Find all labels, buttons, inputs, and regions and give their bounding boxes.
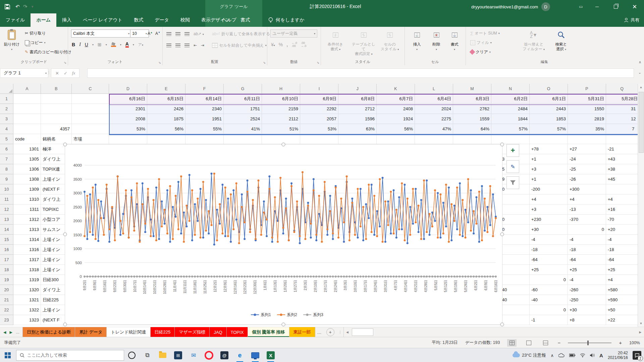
cell-E5[interactable] bbox=[147, 134, 185, 144]
row-header-9[interactable]: 9 bbox=[0, 174, 13, 184]
collapse-ribbon-icon[interactable]: ∧ bbox=[639, 60, 641, 64]
row-header-12[interactable]: 12 bbox=[0, 204, 13, 215]
cell-O3[interactable]: 1853 bbox=[530, 114, 568, 124]
cell-styles-button[interactable]: ✎ セルのスタイル ▾ bbox=[378, 29, 401, 52]
wifi-icon[interactable] bbox=[580, 353, 585, 357]
share-button[interactable]: 共有 bbox=[624, 13, 639, 27]
format-as-table-button[interactable]: ✎ テーブルとして書式設定 ▾ bbox=[350, 29, 377, 57]
sheet-tab-日経225[interactable]: 日経225 bbox=[150, 327, 175, 337]
align-middle-icon[interactable] bbox=[175, 32, 180, 36]
cell-P14[interactable]: 0 bbox=[568, 225, 606, 235]
cell-A4[interactable] bbox=[13, 124, 41, 134]
close-button[interactable]: ✕ bbox=[625, 0, 644, 13]
excel-taskbar-icon[interactable]: X bbox=[263, 348, 278, 362]
cell-B3[interactable] bbox=[41, 114, 72, 124]
zoom-out-icon[interactable]: − bbox=[557, 340, 560, 346]
row-header-10[interactable]: 10 bbox=[0, 184, 13, 194]
col-header-G[interactable]: G bbox=[224, 84, 262, 94]
cell-P1[interactable]: 5月31日 bbox=[568, 94, 606, 104]
col-header-M[interactable]: M bbox=[453, 84, 491, 94]
col-header-C[interactable]: C bbox=[72, 84, 109, 94]
cell-H3[interactable]: 2112 bbox=[262, 114, 300, 124]
cell-Q18[interactable]: +25 bbox=[606, 265, 638, 275]
show-hidden-icons[interactable]: ∧ bbox=[551, 353, 554, 358]
sheet-tab-個別 騰落率 推移[interactable]: 個別 騰落率 推移 bbox=[248, 327, 289, 337]
new-sheet-button[interactable]: + bbox=[326, 328, 334, 336]
cell-L3[interactable]: 2275 bbox=[415, 114, 453, 124]
mail-icon[interactable]: ✉ bbox=[186, 348, 201, 362]
cell-Q11[interactable]: +4 bbox=[606, 194, 638, 204]
decrease-indent-icon[interactable]: ⇤ bbox=[194, 43, 197, 48]
sheet-tab-累計 データ[interactable]: 累計 データ bbox=[75, 327, 107, 337]
row-header-5[interactable]: 5 bbox=[0, 134, 13, 144]
cell-O19[interactable]: 0 bbox=[530, 275, 568, 285]
cell-Q10[interactable] bbox=[606, 184, 638, 194]
col-header-Q[interactable]: Q bbox=[606, 84, 638, 94]
cell-P3[interactable]: 2819 bbox=[568, 114, 606, 124]
cell-O5[interactable] bbox=[530, 134, 568, 144]
scroll-up-icon[interactable]: ▲ bbox=[638, 84, 644, 90]
number-format-combo[interactable]: ユーザー定義▾ bbox=[270, 29, 317, 38]
cell-A12[interactable]: 1311 bbox=[13, 204, 41, 215]
phonetic-guide-icon[interactable]: ア▾ bbox=[138, 42, 143, 47]
cell-P18[interactable]: +25 bbox=[568, 265, 606, 275]
sheet-tab-トレンド統計関連[interactable]: トレンド統計関連 bbox=[106, 327, 150, 337]
cell-A8[interactable]: 1306 bbox=[13, 164, 41, 174]
ime-mode-indicator[interactable]: A bbox=[599, 353, 603, 358]
cell-P10[interactable]: +300 bbox=[568, 184, 606, 194]
col-header-P[interactable]: P bbox=[568, 84, 606, 94]
font-name-combo[interactable]: Calibri 本文▾ bbox=[71, 29, 131, 38]
page-layout-view-button[interactable] bbox=[524, 339, 533, 347]
cell-P16[interactable]: -18 bbox=[568, 245, 606, 255]
cell-C4[interactable] bbox=[72, 124, 109, 134]
chart-resize-handle[interactable] bbox=[500, 233, 504, 236]
sort-filter-button[interactable]: AZ▼ 並べ替えとフィルター ▾ bbox=[519, 29, 548, 52]
cell-A23[interactable]: 1323 bbox=[13, 315, 41, 325]
increase-decimal-icon[interactable]: ←.0.00 bbox=[291, 42, 297, 48]
ribbon-display-options-icon[interactable]: ▭ bbox=[574, 0, 588, 13]
format-cells-button[interactable]: ↔ 書式▾ bbox=[445, 29, 464, 52]
cell-P9[interactable]: -26 bbox=[568, 174, 606, 184]
cell-J5[interactable] bbox=[338, 134, 377, 144]
row-header-4[interactable]: 4 bbox=[0, 124, 13, 134]
copy-button[interactable]: コピー ▾ bbox=[25, 39, 46, 46]
align-left-icon[interactable] bbox=[166, 44, 171, 47]
cell-Q6[interactable]: -21 bbox=[606, 144, 638, 154]
cell-E2[interactable]: 2426 bbox=[147, 104, 185, 114]
cell-H1[interactable]: 6月10日 bbox=[262, 94, 300, 104]
row-header-15[interactable]: 15 bbox=[0, 235, 13, 245]
cell-O20[interactable]: -60 bbox=[530, 285, 568, 295]
cell-F2[interactable]: 2340 bbox=[185, 104, 224, 114]
cell-P5[interactable] bbox=[568, 134, 606, 144]
cell-D4[interactable]: 53% bbox=[109, 124, 147, 134]
email-app-icon[interactable]: @ bbox=[217, 348, 232, 362]
col-header-F[interactable]: F bbox=[185, 84, 224, 94]
cell-N5[interactable] bbox=[491, 134, 530, 144]
conditional-formatting-button[interactable]: ≠ 条件付き書式 ▾ bbox=[323, 29, 347, 52]
file-explorer-icon[interactable] bbox=[155, 348, 170, 362]
maximize-button[interactable] bbox=[606, 0, 625, 13]
chart-resize-handle[interactable] bbox=[63, 143, 67, 146]
cell-M1[interactable]: 6月3日 bbox=[453, 94, 491, 104]
tab-splitter[interactable]: ⋮ bbox=[337, 327, 343, 337]
horizontal-scrollbar[interactable]: ◀ ▶ bbox=[343, 327, 644, 337]
cell-O22[interactable]: 0 bbox=[530, 305, 568, 315]
col-header-D[interactable]: D bbox=[109, 84, 147, 94]
cell-N1[interactable]: 6月2日 bbox=[491, 94, 530, 104]
chart-resize-handle[interactable] bbox=[282, 323, 285, 326]
cell-Q7[interactable]: +43 bbox=[606, 154, 638, 164]
ribbon-tab-数式[interactable]: 数式 bbox=[128, 13, 149, 27]
cell-A10[interactable]: 1309 bbox=[13, 184, 41, 194]
chart-resize-handle[interactable] bbox=[282, 143, 285, 146]
comma-style-icon[interactable]: , bbox=[286, 42, 288, 47]
cell-Q22[interactable]: +50 bbox=[606, 305, 638, 315]
ribbon-tab-挿入[interactable]: 挿入 bbox=[56, 13, 77, 27]
customize-qat-icon[interactable]: ▼ bbox=[31, 5, 34, 8]
taskbar-search-input[interactable]: ここに入力して検索 bbox=[16, 350, 124, 361]
cell-A21[interactable]: 1321 bbox=[13, 295, 41, 305]
save-icon[interactable] bbox=[5, 4, 10, 9]
cell-Q4[interactable]: 7 bbox=[606, 124, 638, 134]
align-top-icon[interactable] bbox=[166, 32, 171, 36]
sheet-nav-right-icon[interactable]: ▶ bbox=[9, 330, 12, 335]
cell-K2[interactable]: 2408 bbox=[377, 104, 415, 114]
